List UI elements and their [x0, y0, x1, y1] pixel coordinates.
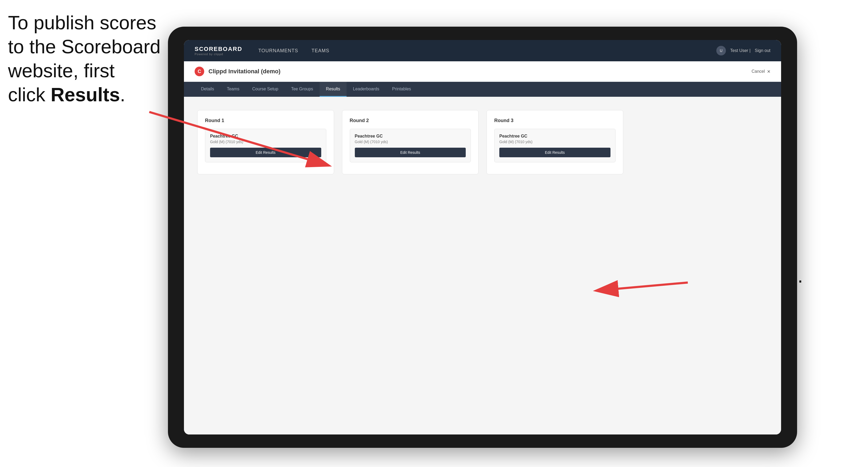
round-3-course-name: Peachtree GC: [499, 134, 611, 138]
tournament-header: C Clippd Invitational (demo) Cancel ✕: [184, 61, 781, 82]
round-2-edit-results-button[interactable]: Edit Results: [355, 148, 466, 157]
tab-navigation: Details Teams Course Setup Tee Groups Re…: [184, 82, 781, 97]
round-3-edit-results-button[interactable]: Edit Results: [499, 148, 611, 157]
round-2-course-name: Peachtree GC: [355, 134, 466, 138]
round-1-edit-results-button[interactable]: Edit Results: [210, 148, 321, 157]
round-2-course-card: Peachtree GC Gold (M) (7010 yds) Edit Re…: [350, 129, 471, 162]
cancel-button[interactable]: Cancel ✕: [751, 69, 770, 74]
app-navbar: SCOREBOARD Powered by clippd TOURNAMENTS…: [184, 40, 781, 61]
nav-items: TOURNAMENTS TEAMS: [258, 48, 716, 54]
logo-area: SCOREBOARD Powered by clippd: [195, 44, 242, 57]
rounds-grid: Round 1 Peachtree GC Gold (M) (7010 yds)…: [197, 110, 768, 174]
round-3-title: Round 3: [494, 118, 616, 123]
left-instruction: To publish scores to the Scoreboard webs…: [8, 11, 163, 106]
instruction-line1: To publish scores: [8, 12, 156, 33]
tab-leaderboards[interactable]: Leaderboards: [347, 82, 386, 97]
logo-box: SCOREBOARD Powered by clippd: [195, 44, 242, 57]
round-3-course-details: Gold (M) (7010 yds): [499, 140, 611, 144]
round-1-course-name: Peachtree GC: [210, 134, 321, 138]
logo-sub: Powered by clippd: [195, 53, 223, 56]
nav-teams[interactable]: TEAMS: [312, 48, 330, 54]
instruction-results-bold: Results: [51, 84, 120, 105]
tournament-icon: C: [195, 67, 204, 76]
tablet-device: SCOREBOARD Powered by clippd TOURNAMENTS…: [168, 27, 797, 448]
instruction-line4-plain: click: [8, 84, 51, 105]
tournament-title: Clippd Invitational (demo): [209, 68, 280, 75]
round-3-column: Round 3 Peachtree GC Gold (M) (7010 yds)…: [487, 110, 623, 174]
nav-user-area: U Test User | Sign out: [716, 46, 770, 56]
round-1-column: Round 1 Peachtree GC Gold (M) (7010 yds)…: [197, 110, 334, 174]
main-content: Round 1 Peachtree GC Gold (M) (7010 yds)…: [184, 97, 781, 434]
user-text: Test User |: [730, 48, 750, 53]
logo-text: SCOREBOARD: [195, 45, 242, 53]
tab-tee-groups[interactable]: Tee Groups: [285, 82, 320, 97]
signout-link[interactable]: Sign out: [755, 48, 770, 53]
round-1-course-details: Gold (M) (7010 yds): [210, 140, 321, 144]
cancel-x-icon: ✕: [767, 69, 770, 74]
tablet-screen: SCOREBOARD Powered by clippd TOURNAMENTS…: [184, 40, 781, 434]
tab-printables[interactable]: Printables: [386, 82, 417, 97]
tournament-title-area: C Clippd Invitational (demo): [195, 67, 280, 76]
round-3-course-card: Peachtree GC Gold (M) (7010 yds) Edit Re…: [494, 129, 616, 162]
tab-results[interactable]: Results: [320, 82, 347, 97]
round-4-empty-column: [631, 110, 768, 174]
round-2-title: Round 2: [350, 118, 471, 123]
instruction-line2: to the Scoreboard: [8, 36, 160, 57]
round-2-column: Round 2 Peachtree GC Gold (M) (7010 yds)…: [342, 110, 479, 174]
instruction-line3: website, first: [8, 60, 115, 81]
tab-course-setup[interactable]: Course Setup: [246, 82, 285, 97]
instruction-right-period: .: [798, 265, 803, 286]
nav-tournaments[interactable]: TOURNAMENTS: [258, 48, 298, 54]
round-1-title: Round 1: [205, 118, 326, 123]
round-2-course-details: Gold (M) (7010 yds): [355, 140, 466, 144]
tab-details[interactable]: Details: [195, 82, 220, 97]
tab-teams[interactable]: Teams: [220, 82, 246, 97]
instruction-period: .: [120, 84, 125, 105]
user-avatar: U: [716, 46, 726, 56]
round-1-course-card: Peachtree GC Gold (M) (7010 yds) Edit Re…: [205, 129, 326, 162]
